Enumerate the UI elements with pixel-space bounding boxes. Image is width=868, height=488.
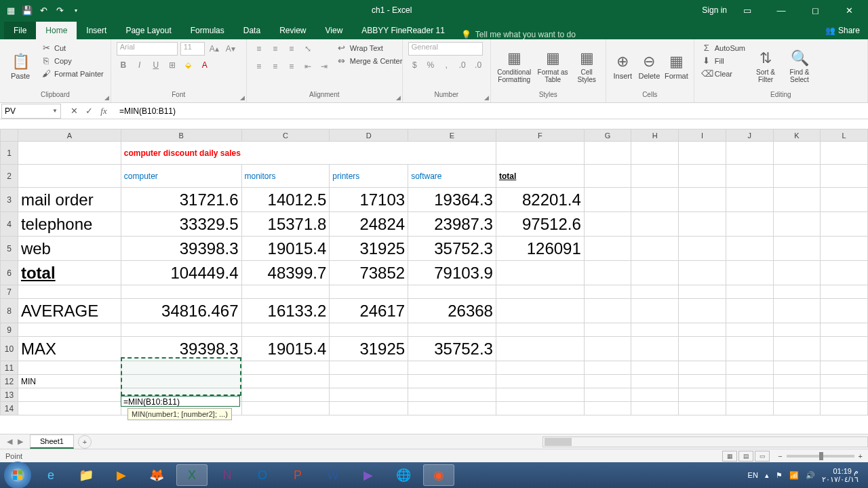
cell-C4[interactable]: 15371.8 xyxy=(241,212,330,237)
tray-arrow-icon[interactable]: ▴ xyxy=(765,471,769,480)
italic-button[interactable]: I xyxy=(133,58,146,72)
cell-A8[interactable]: AVERAGE xyxy=(18,299,121,323)
font-size-select[interactable]: 11 xyxy=(180,42,205,56)
taskbar-powerpoint[interactable]: P xyxy=(282,464,313,486)
cell-C5[interactable]: 19015.4 xyxy=(241,237,330,261)
currency-button[interactable]: $ xyxy=(408,58,421,72)
insert-function-button[interactable]: fx xyxy=(98,106,110,117)
cancel-formula-button[interactable]: ✕ xyxy=(68,106,80,117)
cut-button[interactable]: ✂Cut xyxy=(39,42,105,54)
sheet-nav-prev[interactable]: ◀ xyxy=(7,437,12,446)
font-color-button[interactable]: A xyxy=(198,58,212,72)
cell-B1[interactable]: computer discount daily sales xyxy=(121,142,496,165)
row-header-1[interactable]: 1 xyxy=(1,142,18,165)
tab-formulas[interactable]: Formulas xyxy=(181,22,234,39)
shrink-font-button[interactable]: A▾ xyxy=(224,42,237,56)
number-dialog-launcher[interactable]: ◢ xyxy=(484,94,489,101)
cell-F5[interactable]: 126091 xyxy=(496,237,584,261)
cell-A2[interactable] xyxy=(18,165,121,188)
tab-review[interactable]: Review xyxy=(270,22,315,39)
cell-B10[interactable]: 39398.3 xyxy=(121,337,241,361)
col-header-L[interactable]: L xyxy=(821,129,868,142)
tab-page-layout[interactable]: Page Layout xyxy=(116,22,180,39)
cell-E5[interactable]: 35752.3 xyxy=(408,237,496,261)
zoom-slider[interactable]: − + xyxy=(778,452,863,460)
cell-D4[interactable]: 24824 xyxy=(330,212,408,237)
row-header-3[interactable]: 3 xyxy=(1,188,18,212)
tab-view[interactable]: View xyxy=(316,22,353,39)
cell-F3[interactable]: 82201.4 xyxy=(496,188,584,212)
worksheet-grid[interactable]: A B C D E F G H I J K L 1 computer disco… xyxy=(0,129,868,447)
new-sheet-button[interactable]: + xyxy=(78,435,92,449)
cell-B6[interactable]: 104449.4 xyxy=(121,261,241,285)
bold-button[interactable]: B xyxy=(117,58,130,72)
row-header-5[interactable]: 5 xyxy=(1,237,18,261)
taskbar-outlook[interactable]: O xyxy=(247,464,278,486)
taskbar-firefox[interactable]: 🦊 xyxy=(141,464,172,486)
cell-B8[interactable]: 34816.467 xyxy=(121,299,241,323)
row-header-11[interactable]: 11 xyxy=(1,361,18,375)
tray-volume-icon[interactable]: 🔊 xyxy=(806,471,815,480)
taskbar-chrome[interactable]: 🌐 xyxy=(388,464,419,486)
col-header-C[interactable]: C xyxy=(241,129,330,142)
underline-button[interactable]: U xyxy=(149,58,163,72)
format-as-table-button[interactable]: ▦Format as Table xyxy=(536,42,570,91)
select-all-corner[interactable] xyxy=(1,129,18,142)
clipboard-dialog-launcher[interactable]: ◢ xyxy=(104,94,109,101)
increase-decimal-button[interactable]: .0 xyxy=(456,58,469,72)
cell-C3[interactable]: 14012.5 xyxy=(241,188,330,212)
cell-E2[interactable]: software xyxy=(408,165,496,188)
grow-font-button[interactable]: A▴ xyxy=(208,42,221,56)
zoom-thumb[interactable] xyxy=(819,452,823,460)
zoom-in-button[interactable]: + xyxy=(859,452,863,460)
cell-B12[interactable] xyxy=(121,375,241,388)
name-box[interactable]: PV ▼ xyxy=(1,104,61,119)
percent-button[interactable]: % xyxy=(424,58,437,72)
cell-C2[interactable]: monitors xyxy=(241,165,330,188)
redo-icon[interactable]: ↷ xyxy=(54,5,65,16)
taskbar-onenote[interactable]: N xyxy=(212,464,243,486)
align-top-button[interactable]: ≡ xyxy=(252,42,266,56)
cell-A3[interactable]: mail order xyxy=(18,188,121,212)
cell-B2[interactable]: computer xyxy=(121,165,241,188)
alignment-dialog-launcher[interactable]: ◢ xyxy=(396,94,401,101)
view-page-layout-button[interactable]: ▤ xyxy=(738,451,753,462)
taskbar-player[interactable]: ▶ xyxy=(353,464,384,486)
maximize-button[interactable]: ◻ xyxy=(802,0,829,20)
row-header-12[interactable]: 12 xyxy=(1,375,18,388)
copy-button[interactable]: ⎘Copy xyxy=(39,55,105,66)
format-cells-button[interactable]: ▦Format xyxy=(665,42,688,91)
active-cell-editor[interactable]: =MIN(B10:B11) xyxy=(121,396,240,407)
col-header-D[interactable]: D xyxy=(330,129,408,142)
name-box-dropdown-icon[interactable]: ▼ xyxy=(52,108,58,114)
zoom-track[interactable] xyxy=(787,455,854,458)
cell-D10[interactable]: 31925 xyxy=(330,337,408,361)
taskbar-recorder[interactable]: ◉ xyxy=(423,464,454,486)
view-normal-button[interactable]: ▦ xyxy=(722,451,737,462)
tab-insert[interactable]: Insert xyxy=(77,22,116,39)
delete-cells-button[interactable]: ⊖Delete xyxy=(638,42,660,91)
cell-E10[interactable]: 35752.3 xyxy=(408,337,496,361)
indent-increase-button[interactable]: ⇥ xyxy=(317,60,331,73)
cell-A10[interactable]: MAX xyxy=(18,337,121,361)
cell-D8[interactable]: 24617 xyxy=(330,299,408,323)
share-button[interactable]: 👥 Share xyxy=(817,22,868,39)
fill-button[interactable]: ⬇Fill xyxy=(700,55,747,66)
close-button[interactable]: ✕ xyxy=(835,0,863,20)
align-left-button[interactable]: ≡ xyxy=(252,60,266,73)
tray-clock[interactable]: 01:19 م ٢٠١٧/٠٤/١٦ xyxy=(822,467,859,483)
autosum-button[interactable]: ΣAutoSum xyxy=(700,42,747,54)
taskbar-media[interactable]: ▶ xyxy=(106,464,137,486)
tray-network-icon[interactable]: 📶 xyxy=(789,471,799,480)
col-header-I[interactable]: I xyxy=(679,129,726,142)
indent-decrease-button[interactable]: ⇤ xyxy=(301,60,315,73)
align-right-button[interactable]: ≡ xyxy=(285,60,298,73)
font-dialog-launcher[interactable]: ◢ xyxy=(240,94,245,101)
cell-D2[interactable]: printers xyxy=(330,165,408,188)
insert-cells-button[interactable]: ⊕Insert xyxy=(612,42,634,91)
format-painter-button[interactable]: 🖌Format Painter xyxy=(39,68,105,79)
col-header-H[interactable]: H xyxy=(631,129,679,142)
taskbar-ie[interactable]: e xyxy=(35,464,66,486)
paste-button[interactable]: 📋 Paste xyxy=(5,42,35,91)
fill-color-button[interactable]: ⬙ xyxy=(182,58,195,72)
